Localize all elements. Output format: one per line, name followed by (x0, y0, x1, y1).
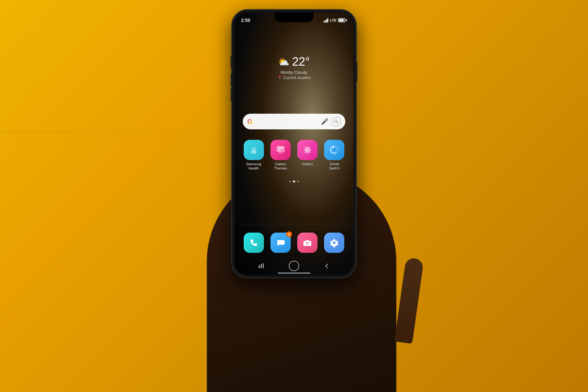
svg-rect-5 (277, 146, 284, 152)
svg-rect-8 (278, 149, 281, 151)
settings-icon (324, 233, 344, 253)
weather-description: Mostly Cloudy (277, 70, 311, 75)
samsung-health-icon (244, 140, 264, 160)
svg-line-1 (337, 122, 338, 123)
svg-line-18 (310, 152, 310, 153)
weather-location: 📍 Current location (277, 75, 311, 80)
signal-bars (323, 18, 328, 23)
dock-camera[interactable] (297, 233, 318, 253)
samsung-health-label: SamsungHealth (246, 162, 261, 171)
recent-apps-button[interactable] (255, 261, 268, 271)
weather-temperature: 22° (292, 55, 310, 69)
gallery-icon (297, 140, 318, 160)
messages-icon: 6 (270, 233, 291, 253)
location-pin-icon: 📍 (277, 75, 282, 80)
svg-rect-7 (278, 147, 283, 149)
dock-area: 6 (239, 233, 349, 253)
status-icons: LTE (323, 18, 347, 23)
galaxy-themes-label: GalaxyThemes (274, 162, 287, 171)
network-type: LTE (330, 18, 336, 22)
camera-app-icon (297, 233, 318, 253)
svg-line-20 (305, 152, 305, 153)
svg-point-0 (335, 120, 337, 122)
svg-point-22 (307, 242, 308, 244)
gallery-label: Gallery (302, 162, 313, 166)
svg-rect-25 (263, 263, 264, 268)
page-dot-1 (289, 181, 291, 182)
phone-body: 2:50 LTE (232, 10, 356, 278)
weather-widget: ⛅ 22° Mostly Cloudy 📍 Current location (277, 55, 311, 80)
smart-switch-label: SmartSwitch (329, 162, 339, 171)
nav-pill (278, 272, 310, 274)
svg-point-12 (307, 149, 308, 151)
microphone-icon[interactable]: 🎤 (321, 118, 328, 125)
galaxy-themes-icon (270, 140, 291, 160)
dock-settings[interactable] (323, 233, 345, 253)
app-item-galaxy-themes[interactable]: GalaxyThemes (270, 140, 291, 171)
app-grid: SamsungHealth GalaxyThemes (239, 140, 349, 171)
lens-icon[interactable] (332, 117, 341, 126)
nav-bar (235, 261, 353, 271)
dock-icons: 6 (239, 233, 349, 253)
app-item-gallery[interactable]: Gallery (297, 140, 318, 171)
google-g-icon: G (247, 118, 253, 125)
page-dots (289, 181, 299, 182)
messages-badge: 6 (286, 231, 292, 237)
svg-point-3 (251, 150, 254, 154)
app-item-smart-switch[interactable]: SmartSwitch (323, 140, 345, 171)
status-time: 2:50 (241, 18, 250, 23)
page-dot-3 (297, 181, 299, 182)
dock-phone[interactable] (243, 233, 265, 253)
phone-screen: 2:50 LTE (235, 12, 353, 275)
svg-line-17 (305, 147, 305, 148)
home-button[interactable] (289, 261, 299, 271)
search-bar[interactable]: G 🎤 (243, 114, 345, 129)
back-button[interactable] (320, 261, 333, 271)
svg-rect-23 (259, 265, 260, 268)
bg-decoration-2 (0, 140, 229, 141)
camera-notch (274, 12, 314, 22)
svg-rect-9 (278, 153, 283, 153)
battery-icon (338, 18, 347, 22)
svg-line-19 (310, 147, 310, 148)
svg-rect-24 (261, 264, 262, 268)
smart-switch-icon (324, 140, 344, 160)
dock-messages[interactable]: 6 (270, 233, 291, 253)
svg-point-4 (254, 150, 256, 154)
phone-icon (244, 233, 264, 253)
weather-icon: ⛅ (278, 57, 289, 67)
page-dot-2-active (293, 181, 295, 182)
app-item-samsung-health[interactable]: SamsungHealth (243, 140, 265, 171)
